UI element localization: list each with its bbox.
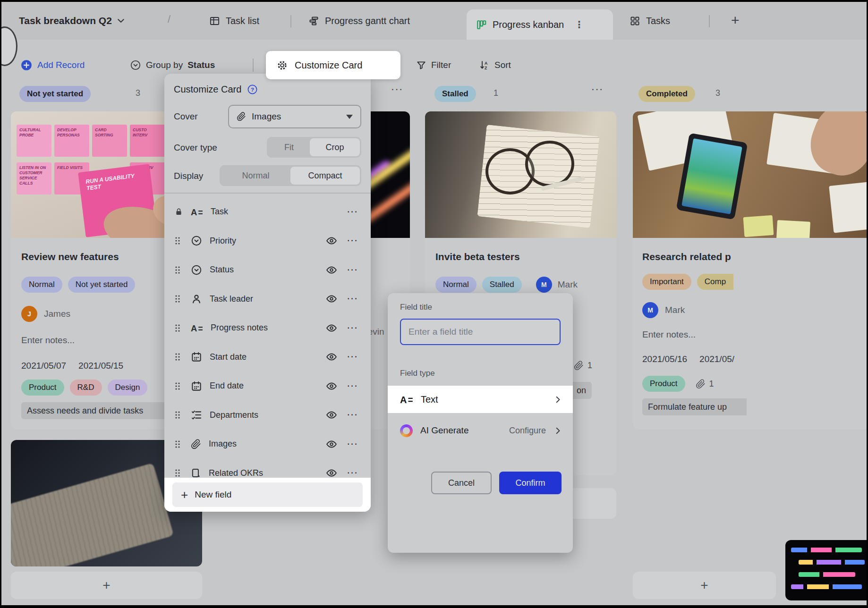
tab-progress-kanban[interactable]: Progress kanban ⋮ xyxy=(467,9,613,40)
field-type-label: Field type xyxy=(400,369,435,378)
filter-button[interactable]: Filter xyxy=(416,51,451,79)
start-date: 2021/05/07 xyxy=(21,361,66,371)
new-field-button[interactable]: + New field xyxy=(172,482,363,507)
eye-icon[interactable] xyxy=(326,235,337,246)
card-research-related[interactable]: Research related p Important Comp M Mark… xyxy=(633,111,868,429)
eye-icon[interactable] xyxy=(326,351,337,363)
cover-type-fit[interactable]: Fit xyxy=(268,138,310,156)
tablet-shape xyxy=(676,133,748,220)
tab-progress-gantt-chart[interactable]: Progress gantt chart xyxy=(308,2,410,40)
card-title: Research related p xyxy=(642,251,747,262)
field-title-input[interactable] xyxy=(400,319,561,345)
field-row-status[interactable]: Status ··· xyxy=(164,255,371,285)
drag-handle-icon[interactable] xyxy=(175,266,182,274)
display-normal[interactable]: Normal xyxy=(221,167,290,185)
tag-important: Important xyxy=(642,274,691,290)
base-title-dropdown[interactable]: Task breakdown Q2 xyxy=(19,2,125,40)
customize-card-button[interactable]: Customize Card xyxy=(266,51,400,79)
field-row-task-leader[interactable]: Task leader ··· xyxy=(164,285,371,314)
field-menu-icon[interactable]: ··· xyxy=(348,411,358,419)
field-menu-icon[interactable]: ··· xyxy=(348,469,358,477)
svg-text:Z: Z xyxy=(485,66,487,70)
tag-stalled: Stalled xyxy=(482,277,522,293)
add-view-button[interactable]: + xyxy=(731,12,740,28)
field-row-start-date[interactable]: Start date ··· xyxy=(164,343,371,372)
eye-icon[interactable] xyxy=(326,293,337,304)
department-tag-row: Product R&D Design xyxy=(21,380,147,396)
field-label: Departments xyxy=(210,410,258,420)
notes-placeholder[interactable]: Enter notes... xyxy=(642,329,747,340)
sort-button[interactable]: AZ Sort xyxy=(479,51,511,79)
card-cover-code-image[interactable] xyxy=(785,540,868,600)
kanban-icon xyxy=(476,19,487,30)
column-menu-icon[interactable]: ··· xyxy=(391,85,404,94)
text-field-icon: A xyxy=(191,206,203,218)
eye-icon[interactable] xyxy=(326,467,337,479)
display-compact[interactable]: Compact xyxy=(290,167,360,185)
sticky-note: CULTURAL PROBE xyxy=(17,125,51,157)
eye-icon[interactable] xyxy=(326,264,337,276)
attachment-count: 1 xyxy=(574,361,592,371)
tab-tasks[interactable]: Tasks xyxy=(630,2,670,40)
card-title: Invite beta testers xyxy=(435,251,520,262)
field-menu-icon[interactable]: ··· xyxy=(348,266,358,274)
field-row-progress-notes[interactable]: A Progress notes ··· xyxy=(164,313,371,343)
add-record-button[interactable]: Add Record xyxy=(20,51,85,79)
drag-handle-icon[interactable] xyxy=(175,295,182,303)
note-strip-clipped: Formulate feature up xyxy=(642,398,747,415)
field-row-end-date[interactable]: End date ··· xyxy=(164,372,371,401)
field-menu-icon[interactable]: ··· xyxy=(348,353,358,361)
assignee-name: Mark xyxy=(558,279,578,290)
cancel-button[interactable]: Cancel xyxy=(431,472,492,494)
add-card-button[interactable]: + xyxy=(11,572,202,599)
date-row: 2021/05/16 2021/05/ xyxy=(642,354,747,364)
field-menu-icon[interactable]: ··· xyxy=(348,208,358,216)
card-title: Review new features xyxy=(21,251,119,262)
eye-icon[interactable] xyxy=(326,380,337,392)
drag-handle-icon[interactable] xyxy=(175,324,182,332)
add-card-button[interactable]: + xyxy=(633,572,776,599)
tab-label: Task list xyxy=(226,16,259,26)
confirm-button[interactable]: Confirm xyxy=(499,472,562,494)
help-icon[interactable]: ? xyxy=(247,84,258,95)
ai-generate-icon xyxy=(400,424,413,437)
sticky-note: CARD SORTING xyxy=(92,125,127,157)
field-menu-icon[interactable]: ··· xyxy=(348,295,358,303)
field-menu-icon[interactable]: ··· xyxy=(348,382,358,390)
field-row-priority[interactable]: Priority ··· xyxy=(164,227,371,256)
eye-icon[interactable] xyxy=(326,439,337,450)
eye-icon[interactable] xyxy=(326,409,337,421)
column-menu-icon[interactable]: ··· xyxy=(592,85,604,94)
assignee-row: J James xyxy=(21,306,70,322)
eye-icon[interactable] xyxy=(326,322,337,334)
field-menu-icon[interactable]: ··· xyxy=(348,324,358,332)
drag-handle-icon[interactable] xyxy=(175,382,182,390)
column-count: 3 xyxy=(715,88,720,98)
new-field-label: New field xyxy=(195,490,231,500)
field-menu-icon[interactable]: ··· xyxy=(348,440,358,448)
tab-label: Progress kanban xyxy=(493,19,564,30)
field-title-label: Field title xyxy=(400,303,432,312)
tab-menu-icon[interactable]: ⋮ xyxy=(574,19,584,30)
attachment-count-value: 1 xyxy=(587,361,592,371)
field-type-option-text[interactable]: A Text xyxy=(388,386,573,413)
field-type-option-ai-generate[interactable]: AI Generate Configure xyxy=(388,417,573,444)
drag-handle-icon[interactable] xyxy=(175,469,182,477)
drag-handle-icon[interactable] xyxy=(175,440,182,448)
add-record-label: Add Record xyxy=(37,60,85,70)
drag-handle-icon[interactable] xyxy=(175,353,182,361)
field-menu-icon[interactable]: ··· xyxy=(348,236,358,245)
cover-type-crop[interactable]: Crop xyxy=(310,138,360,156)
toolbar-divider xyxy=(253,59,254,72)
field-row-images[interactable]: Images ··· xyxy=(164,430,371,459)
svg-text:A: A xyxy=(191,207,197,217)
drag-handle-icon[interactable] xyxy=(175,411,182,419)
notes-placeholder[interactable]: Enter notes... xyxy=(21,335,75,346)
cover-select[interactable]: Images xyxy=(228,105,361,128)
tag-normal: Normal xyxy=(21,277,62,293)
tab-task-list[interactable]: Task list xyxy=(209,2,259,40)
drag-handle-icon[interactable] xyxy=(175,236,182,245)
configure-link[interactable]: Configure xyxy=(509,426,546,436)
field-row-departments[interactable]: Departments ··· xyxy=(164,401,371,430)
field-row-task[interactable]: A Task ··· xyxy=(164,197,371,227)
